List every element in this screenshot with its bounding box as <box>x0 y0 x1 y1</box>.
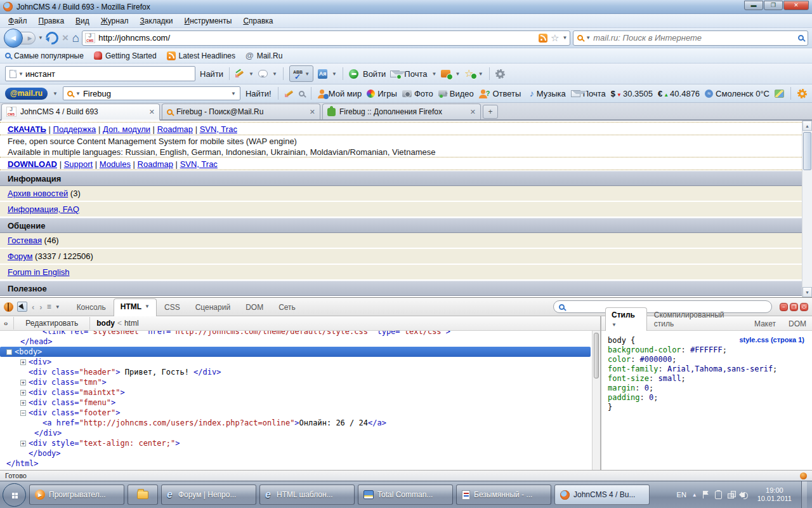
html-tree-line[interactable]: −<body> <box>0 347 591 357</box>
photo-button[interactable]: Фото <box>402 89 433 98</box>
link-news-archive[interactable]: Архив новостей <box>8 189 68 198</box>
html-tree-line[interactable]: <a href="http://johncms.com/users/index.… <box>0 418 592 428</box>
link-roadmap-ru[interactable]: Roadmap <box>157 124 193 134</box>
tab-close-icon[interactable]: ✕ <box>149 108 155 116</box>
firebug-minimize-icon[interactable]: − <box>780 303 788 311</box>
css-property-value[interactable]: 0 <box>645 384 649 392</box>
start-button[interactable] <box>3 483 26 507</box>
mail-button-2[interactable]: Почта <box>571 89 606 98</box>
css-property-value[interactable]: #000000 <box>640 355 672 364</box>
show-desktop-button[interactable] <box>801 481 807 508</box>
action-center-flag-icon[interactable] <box>703 491 709 498</box>
video-button[interactable]: Видео <box>438 89 474 98</box>
bookmark-most-visited[interactable]: Самые популярные <box>5 51 84 60</box>
highlight-icon[interactable] <box>235 69 244 78</box>
find-field[interactable]: ▼ <box>5 66 195 81</box>
volume-icon[interactable] <box>742 493 745 497</box>
usd-rate[interactable]: $▼ 30.3505 <box>611 89 653 98</box>
taskbar-total-commander[interactable]: Total Comman... <box>358 485 453 505</box>
expand-icon[interactable]: + <box>20 441 26 446</box>
breadcrumb-html[interactable]: html <box>124 319 139 328</box>
link-modules-ru[interactable]: Доп. модули <box>103 124 150 134</box>
firebug-status-icon[interactable] <box>800 472 807 479</box>
html-tree-line[interactable]: </head> <box>0 337 592 347</box>
reload-button[interactable] <box>43 29 61 46</box>
web-search-input[interactable] <box>593 33 796 43</box>
url-bar[interactable]: ☆ ▼ <box>82 30 570 46</box>
mailru-search-field[interactable]: ▼ ▼ <box>63 86 240 100</box>
music-button[interactable]: ♪ Музыка <box>530 89 566 98</box>
taskbar-ie-html[interactable]: e HTML шаблон... <box>259 485 355 505</box>
firebug-scrollbar[interactable] <box>592 331 600 470</box>
firebug-tab-html[interactable]: HTML▼ <box>114 298 157 316</box>
edit-button[interactable]: Редактировать <box>20 318 83 329</box>
search-bar[interactable]: ▼ <box>573 30 808 46</box>
link-support-ru[interactable]: Поддержка <box>53 124 96 134</box>
link-roadmap-en[interactable]: Roadmap <box>138 159 173 169</box>
tab-close-icon[interactable]: ✕ <box>310 108 315 116</box>
zoom-page-icon[interactable] <box>299 91 304 97</box>
nav-back-icon[interactable]: ‹ <box>31 302 35 312</box>
settings-gear-icon[interactable] <box>495 69 505 79</box>
css-property[interactable]: font-family: Arial,Tahoma,sans-serif; <box>608 364 806 374</box>
html-tree-line[interactable]: +<div class="fmenu"> <box>0 398 592 408</box>
rss-feed-icon[interactable] <box>539 34 547 43</box>
taskbar-untitled[interactable]: Безымянный - ... <box>456 485 551 505</box>
comment-icon[interactable] <box>258 70 268 77</box>
translate-dropdown-icon[interactable]: ▼ <box>332 71 337 77</box>
tab-firebug-addons[interactable]: Firebug :: Дополнения Firefox ✕ <box>322 104 481 119</box>
taskbar-explorer[interactable] <box>128 485 158 505</box>
back-button[interactable]: ◄ <box>4 29 23 48</box>
html-tree-line[interactable]: +<div> <box>0 357 592 367</box>
html-tree-line[interactable]: </html> <box>0 458 592 469</box>
find-dropdown-icon[interactable]: ▼ <box>18 71 23 77</box>
taskbar-clock[interactable]: 19:00 10.01.2011 <box>754 486 796 503</box>
element-breadcrumb[interactable]: body<html <box>96 319 138 328</box>
menu-history[interactable]: Журнал <box>95 15 134 27</box>
inspect-element-icon[interactable] <box>17 302 27 312</box>
bookmark-latest-headlines[interactable]: Latest Headlines <box>167 51 235 60</box>
mailru-settings-gear-icon[interactable] <box>797 89 807 98</box>
highlight-dropdown-icon[interactable]: ▼ <box>249 71 254 77</box>
go-search-icon[interactable] <box>798 35 804 41</box>
comment-dropdown-icon[interactable]: ▼ <box>272 71 277 77</box>
link-guestbook[interactable]: Гостевая <box>8 236 42 245</box>
mail-dropdown-icon[interactable]: ▼ <box>431 71 436 77</box>
mailru-logo-button[interactable]: @mail.ru <box>5 88 48 100</box>
spellcheck-button[interactable]: ABB ▼ <box>289 65 313 82</box>
css-property-name[interactable]: padding <box>608 393 640 402</box>
firebug-tab-net[interactable]: Сеть <box>271 299 303 316</box>
html-tree-line[interactable]: </body> <box>0 448 592 458</box>
firebug-tab-script[interactable]: Сценарий <box>188 299 238 316</box>
find-input[interactable] <box>25 69 191 79</box>
html-tree-line[interactable]: −<div class="footer"> <box>0 408 592 418</box>
answers-button[interactable]: ? Ответы <box>479 89 521 98</box>
weather-button[interactable]: ≈ Смоленск 0°C <box>705 89 769 98</box>
mailru-dropdown-icon[interactable]: ▼ <box>53 91 58 97</box>
taskbar-ie-forum[interactable]: e Форум | Непро... <box>161 485 256 505</box>
tab-close-icon[interactable]: ✕ <box>470 108 476 116</box>
css-source-link[interactable]: style.css (строка 1) <box>739 336 804 344</box>
css-property-name[interactable]: font-family <box>608 364 658 373</box>
edit-source-icon[interactable]: ‹› <box>4 319 7 327</box>
tray-expand-icon[interactable]: ▲ <box>692 492 697 498</box>
login-key-icon[interactable] <box>349 69 358 79</box>
css-property-name[interactable]: color <box>608 355 631 364</box>
html-tree-line[interactable]: +<div style="text-align: center;"> <box>0 438 592 448</box>
menu-file[interactable]: Файл <box>3 15 33 27</box>
collapse-icon[interactable]: − <box>20 410 26 416</box>
side-tab-style[interactable]: Стиль ▼ <box>605 307 647 331</box>
css-property[interactable]: font-size: small; <box>608 374 806 384</box>
scrollbar-thumb[interactable] <box>803 132 811 170</box>
expand-icon[interactable]: + <box>20 359 26 365</box>
html-tree[interactable]: <link rel="stylesheet" href="http://john… <box>0 331 592 470</box>
mail-button[interactable]: Почта <box>404 69 427 79</box>
html-tree-line[interactable]: <link rel="stylesheet" href="http://john… <box>0 331 592 337</box>
css-property-name[interactable]: background-color <box>608 345 681 354</box>
taskbar-media-player[interactable]: ▶ Проигрывател... <box>29 485 124 505</box>
panel-dropdown-icon[interactable]: ▼ <box>55 304 60 310</box>
css-property-value[interactable]: small <box>658 374 681 383</box>
clipboard-icon[interactable] <box>715 491 722 499</box>
mailru-history-dropdown-icon[interactable]: ▼ <box>231 91 236 97</box>
bookmark-star-icon[interactable]: ☆ <box>551 33 559 43</box>
